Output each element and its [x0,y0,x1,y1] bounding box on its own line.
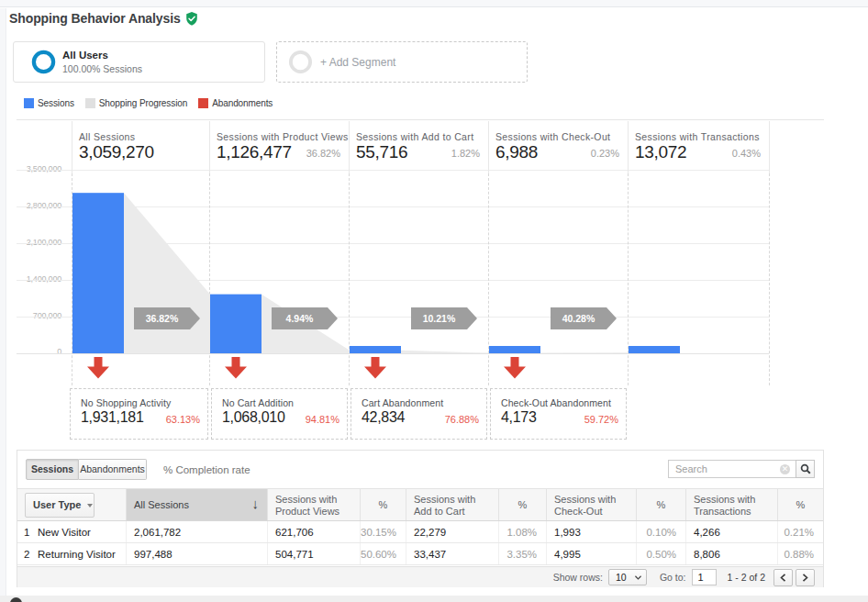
column-header-sessions-with-product-views[interactable]: Sessions with Product Views [268,489,361,520]
abandonment-arrow-icon [364,357,386,379]
abandonment-card-4: Check-Out Abandonment4,17359.72% [490,388,627,440]
row-index: 2 [24,549,38,560]
pager-buttons [773,569,815,586]
search-input[interactable] [668,460,796,478]
shopping-funnel-chart: 3,500,0002,800,0002,100,0001,400,000700,… [17,119,824,439]
metric-value-cell: 4,995 [547,543,637,564]
metric-percent-cell: 0.10% [637,521,686,542]
progression-shape [540,352,629,353]
metric-percent-cell: 0.88% [778,543,823,564]
row-dimension-value: New Visitor [38,527,91,538]
column-header-sessions-with-add-to-cart[interactable]: Sessions with Add to Cart [406,489,499,520]
abandonment-card-2: No Cart Addition1,068,01094.81% [211,388,348,440]
abandonment-label: Cart Abandonment [362,397,443,408]
column-header-label: % [657,499,666,511]
metric-value-cell: 2,061,782 [127,521,268,542]
row-dimension-cell: 1New Visitor [17,521,127,542]
data-table: User TypeAll Sessions↓Sessions with Prod… [17,488,823,565]
table-tabs: Sessions Abandonments [26,459,147,480]
tab-abandonments[interactable]: Abandonments [79,459,147,480]
caret-down-icon [87,504,93,507]
abandonment-percent: 76.88% [445,414,479,425]
segment-donut-icon [31,50,56,74]
show-rows-select[interactable]: 10 [608,569,647,585]
abandonment-arrow-icon [504,357,526,379]
metric-value-cell: 1,993 [547,521,637,542]
sessions-bar-3[interactable] [350,346,401,353]
legend-swatch-icon [24,98,34,108]
metric-value-cell: 22,279 [406,521,499,542]
sessions-bar-5[interactable] [629,346,680,353]
column-header-label: All Sessions [134,499,189,511]
add-segment-button[interactable]: + Add Segment [276,41,528,83]
metric-value-cell: 621,706 [268,521,361,542]
dimension-selector-button[interactable]: User Type [25,493,95,518]
previous-page-button[interactable] [773,569,793,586]
sort-descending-icon: ↓ [252,497,260,509]
legend-item-abandonments[interactable]: Abandonments [198,98,273,108]
add-segment-donut-icon [288,50,313,74]
metric-percent-cell: 0.21% [778,521,823,542]
metric-value-cell: 4,266 [686,521,778,542]
column-header-percent[interactable]: % [499,489,547,520]
table-row: 1New Visitor2,061,782621,70630.15%22,279… [17,521,823,543]
abandonment-value: 42,834 [362,409,405,426]
abandonment-card-1: No Shopping Activity1,931,18163.13% [70,388,208,440]
column-header-user-type[interactable]: User Type [17,489,127,520]
column-header-label: % [518,499,528,511]
segment-chip-text: All Users 100.00% Sessions [62,49,142,75]
shopping-behavior-report: Shopping Behavior Analysis All Users 100… [0,0,868,602]
legend-item-shopping-progression[interactable]: Shopping Progression [85,98,187,108]
column-header-percent[interactable]: % [778,489,823,520]
legend-item-sessions[interactable]: Sessions [24,98,74,108]
show-rows-value: 10 [616,572,627,583]
page-bottom-strip [0,596,868,602]
search-button[interactable] [796,460,815,478]
abandonment-label: No Shopping Activity [81,397,171,408]
metric-value-cell: 8,806 [686,543,778,564]
abandonment-percent: 59.72% [584,414,618,425]
metric-percent-cell: 3.35% [499,543,547,564]
sessions-bar-1[interactable] [72,193,124,353]
abandonment-card-3: Cart Abandonment42,83476.88% [351,388,487,440]
column-header-percent[interactable]: % [361,489,406,520]
column-header-label: Sessions with Check-Out [554,494,616,517]
column-header-sessions-with-transactions[interactable]: Sessions with Transactions [686,489,778,520]
table-toolbar: Sessions Abandonments % Completion rate … [17,451,823,488]
dimension-selector-label: User Type [33,499,81,511]
column-header-sessions-with-check-out[interactable]: Sessions with Check-Out [547,489,637,520]
column-header-label: Sessions with Product Views [275,494,339,517]
pagination-range: 1 - 2 of 2 [728,572,765,583]
column-header-percent[interactable]: % [637,489,686,520]
legend-label: Shopping Progression [99,98,187,108]
abandonment-label: No Cart Addition [222,397,294,408]
completion-rate-toggle[interactable]: % Completion rate [163,464,250,475]
goto-page-input[interactable] [692,569,717,585]
tab-sessions[interactable]: Sessions [26,459,79,480]
report-header: Shopping Behavior Analysis [9,10,198,27]
row-dimension-value: Returning Visitor [38,549,116,560]
verified-shield-icon [185,12,198,26]
column-header-all-sessions[interactable]: All Sessions↓ [127,489,268,520]
clear-search-icon[interactable]: ✕ [780,464,790,474]
abandonment-value: 4,173 [501,409,537,426]
column-header-label: % [379,499,388,511]
sessions-bar-4[interactable] [489,346,540,353]
segment-chip-all-users[interactable]: All Users 100.00% Sessions [13,41,265,83]
next-page-button[interactable] [796,569,815,586]
show-rows-label: Show rows: [553,572,603,583]
data-table-card: Sessions Abandonments % Completion rate … [17,450,824,587]
segment-detail: 100.00% Sessions [62,62,142,75]
column-header-label: % [796,499,806,511]
metric-percent-cell: 1.08% [499,521,547,542]
metric-value-cell: 504,771 [268,543,361,564]
chart-legend: SessionsShopping ProgressionAbandonments [24,98,284,108]
table-search: ✕ [668,460,815,478]
sessions-bar-2[interactable] [210,295,262,353]
legend-label: Sessions [38,98,74,108]
row-dimension-cell: 2Returning Visitor [17,543,127,564]
metric-value-cell: 997,488 [127,543,268,564]
chevron-down-icon [635,575,641,580]
table-body: 1New Visitor2,061,782621,70630.15%22,279… [17,521,823,565]
top-strip [0,0,868,7]
